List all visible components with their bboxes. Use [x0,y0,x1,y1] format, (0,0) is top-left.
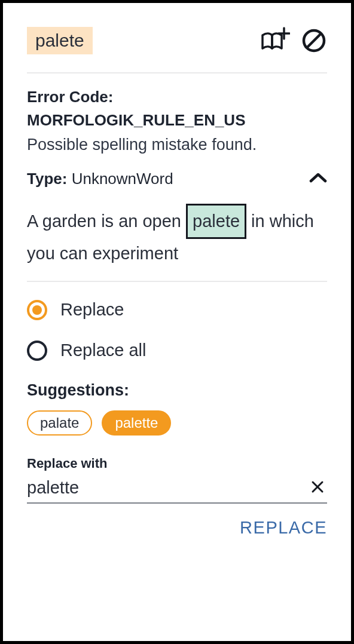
radio-icon [27,300,47,320]
ignore-icon[interactable] [301,27,327,54]
suggestions-label: Suggestions: [27,381,327,400]
error-code-value: MORFOLOGIK_RULE_EN_US [27,111,327,130]
spellcheck-panel: palete Error Code: [0,0,354,644]
context-before: A garden is an open [27,211,186,231]
divider [27,72,327,73]
radio-replace-all-label: Replace all [60,341,146,360]
type-label: Type: UnknownWord [27,170,173,188]
replace-mode-group: Replace Replace all [27,300,327,361]
type-value: UnknownWord [72,170,173,188]
radio-replace[interactable]: Replace [27,300,327,320]
replace-button[interactable]: REPLACE [240,518,327,538]
radio-replace-all[interactable]: Replace all [27,341,327,361]
type-row: Type: UnknownWord [27,170,327,188]
collapse-chevron-icon[interactable] [309,172,327,186]
svg-line-3 [307,33,321,48]
radio-replace-label: Replace [60,300,124,320]
header-icons [260,27,327,54]
divider [27,281,327,282]
replace-with-row [27,477,327,504]
action-row: REPLACE [27,518,327,538]
suggestion-chip[interactable]: palate [27,410,92,436]
replace-with-label: Replace with [27,456,327,471]
type-label-key: Type: [27,170,67,188]
clear-input-icon[interactable] [308,477,327,499]
add-to-dictionary-icon[interactable] [260,27,290,54]
radio-icon [27,341,47,361]
error-code-label: Error Code: [27,88,327,106]
replace-with-input[interactable] [27,478,308,498]
suggestion-chip[interactable]: palette [102,410,171,436]
context-highlight: palete [186,204,246,239]
error-message: Possible spelling mistake found. [27,136,327,154]
header-row: palete [27,27,327,54]
flagged-word-chip: palete [27,27,93,54]
suggestions-row: palate palette [27,410,327,436]
context-sentence: A garden is an open palete in which you … [27,204,327,269]
